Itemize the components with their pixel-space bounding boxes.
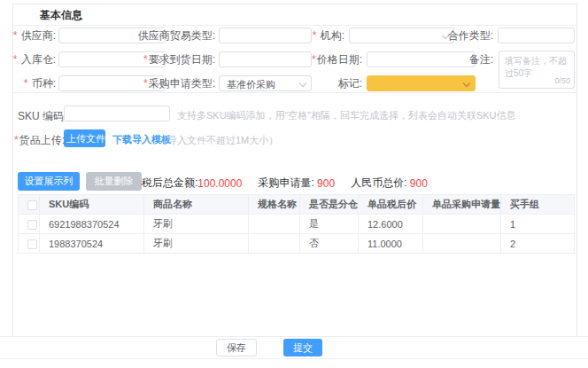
required-mark: * xyxy=(13,29,18,42)
required-mark: * xyxy=(24,77,28,90)
required-mark: * xyxy=(13,53,18,66)
required-mark: * xyxy=(312,53,316,66)
purchase-request-form-page: 基本信息 * 供应商: 供应商贸易类型: * 机构: 合作类型: * 入库仓: … xyxy=(0,0,588,368)
cell-unit-price-after-tax: 12.6000 xyxy=(359,215,423,234)
submit-button[interactable]: 提交 xyxy=(283,339,322,356)
cell-product-name: 牙刷 xyxy=(144,234,249,254)
form-row-2: * 入库仓: *要求到货日期: *价格日期: 备注: xyxy=(13,51,576,67)
required-arrival-date-label: *要求到货日期: xyxy=(143,53,215,66)
total-after-tax-label: 税后总金额: xyxy=(142,176,197,191)
form-row-1: * 供应商: 供应商贸易类型: * 机构: 合作类型: xyxy=(13,27,576,43)
cell-spec-name xyxy=(249,234,300,254)
purchase-request-type-label: *采购申请类型: xyxy=(143,77,215,90)
cell-buyer-group: 2 xyxy=(501,234,575,254)
sku-code-input[interactable] xyxy=(64,106,170,121)
cell-unit-price-after-tax: 11.0000 xyxy=(359,234,423,254)
price-date-input[interactable] xyxy=(367,51,476,67)
sku-content-area: SKU 编码: 支持多SKU编码添加，用“空格”相隔，回车完成选择，列表会自动关… xyxy=(13,93,576,312)
basic-info-card: 基本信息 * 供应商: 供应商贸易类型: * 机构: 合作类型: * 入库仓: … xyxy=(12,4,577,336)
set-columns-button[interactable]: 设置展示列 xyxy=(18,172,80,191)
basic-info-form: * 供应商: 供应商贸易类型: * 机构: 合作类型: * 入库仓: *要求到货… xyxy=(13,26,576,93)
col-sku-code: SKU编码 xyxy=(40,195,144,215)
supplier-trade-type-label: 供应商贸易类型: xyxy=(138,29,215,42)
chevron-down-icon xyxy=(299,80,306,87)
cooperation-type-label: 合作类型: xyxy=(448,29,493,42)
row-checkbox[interactable] xyxy=(27,220,37,230)
cooperation-type-input[interactable] xyxy=(498,27,575,43)
chevron-down-icon xyxy=(463,80,470,87)
supplier-label: * 供应商: xyxy=(13,29,56,42)
organization-label: * 机构: xyxy=(313,29,344,42)
cny-total-label: 人民币总价: xyxy=(351,176,406,191)
request-qty-label: 采购申请量: xyxy=(258,176,313,191)
cny-total-value: 900 xyxy=(410,177,428,190)
col-unit-price-after-tax: 单品税后价 xyxy=(359,195,423,215)
footer-action-bar: 保存 提交 xyxy=(0,336,588,359)
required-mark: * xyxy=(143,53,148,66)
mark-select[interactable] xyxy=(367,75,476,91)
section-title: 基本信息 xyxy=(40,9,82,21)
col-buyer-group: 买手组 xyxy=(501,195,575,215)
totals-summary: 税后总金额:100.0000 采购申请量: 900 人民币总价: 900 xyxy=(142,176,428,191)
cell-is-split-sku: 否 xyxy=(300,234,359,254)
cell-unit-request-qty xyxy=(423,234,501,254)
section-header: 基本信息 xyxy=(13,4,576,26)
cell-sku-code: 1988370524 xyxy=(40,234,144,254)
cell-sku-code: 6921988370524 xyxy=(40,215,144,234)
required-arrival-date-input[interactable] xyxy=(219,51,312,67)
supplier-trade-type-input[interactable] xyxy=(219,27,312,43)
upload-file-button[interactable]: 上传文件 xyxy=(64,129,105,147)
col-is-split-sku: 是否是分仓SKU xyxy=(300,195,359,215)
upload-size-note: （导入文件不超过1M大小） xyxy=(158,134,278,147)
save-button[interactable]: 保存 xyxy=(216,339,257,356)
purchase-request-type-value: 基准价采购 xyxy=(227,78,275,90)
total-after-tax-value: 100.0000 xyxy=(197,177,242,190)
currency-label: * 币种: xyxy=(24,77,56,90)
col-spec-name: 规格名称 xyxy=(249,195,300,215)
col-product-name: 商品名称 xyxy=(144,195,249,215)
row-checkbox[interactable] xyxy=(27,239,37,249)
cell-product-name: 牙刷 xyxy=(144,215,249,234)
goods-upload-label: *货品上传: xyxy=(14,133,65,148)
required-mark: * xyxy=(143,77,148,90)
purchase-request-type-select[interactable]: 基准价采购 xyxy=(219,75,312,91)
batch-delete-button[interactable]: 批量删除 xyxy=(86,172,142,191)
form-row-3: * 币种: *采购申请类型: 基准价采购 标记: xyxy=(13,75,576,91)
cell-is-split-sku: 是 xyxy=(300,215,359,234)
request-qty-value: 900 xyxy=(317,177,335,190)
col-unit-request-qty: 单品采购申请量 xyxy=(423,195,501,215)
table-header-row: SKU编码 商品名称 规格名称 是否是分仓SKU 单品税后价 单品采购申请量 买… xyxy=(19,195,575,215)
cell-unit-request-qty xyxy=(423,215,501,234)
required-mark: * xyxy=(313,29,317,42)
select-all-checkbox[interactable] xyxy=(27,200,37,210)
warehouse-label: * 入库仓: xyxy=(13,53,56,66)
cell-spec-name xyxy=(249,215,300,234)
sku-table: SKU编码 商品名称 规格名称 是否是分仓SKU 单品税后价 单品采购申请量 买… xyxy=(18,194,575,254)
table-row: 6921988370524 牙刷 是 12.6000 1 xyxy=(19,215,575,234)
organization-select[interactable] xyxy=(349,27,454,43)
remark-label: 备注: xyxy=(469,53,493,66)
sku-code-label: SKU 编码: xyxy=(18,109,66,124)
cell-buyer-group: 1 xyxy=(501,215,575,234)
table-row: 1988370524 牙刷 否 11.0000 2 xyxy=(19,234,575,254)
sku-code-hint: 支持多SKU编码添加，用“空格”相隔，回车完成选择，列表会自动关联SKU信息 xyxy=(177,109,516,122)
required-mark: * xyxy=(14,134,19,146)
mark-label: 标记: xyxy=(338,77,362,90)
price-date-label: *价格日期: xyxy=(312,53,362,66)
